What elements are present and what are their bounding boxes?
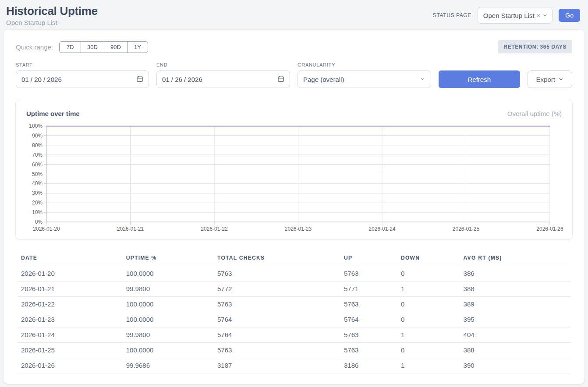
refresh-button[interactable]: Refresh xyxy=(439,70,520,88)
chevron-down-icon xyxy=(558,76,563,83)
main-card: Quick range: 7D 30D 90D 1Y RETENTION: 36… xyxy=(4,30,584,384)
cell-down: 0 xyxy=(397,312,460,327)
table-row: 2026-01-2699.9686318731861390 xyxy=(18,358,570,373)
start-date-value: 01 / 20 / 2026 xyxy=(21,76,62,83)
y-tick-label: 70% xyxy=(32,152,43,158)
x-tick-label: 2026-01-24 xyxy=(368,226,396,232)
y-tick-label: 30% xyxy=(32,190,43,196)
end-date-input[interactable]: 01 / 26 / 2026 xyxy=(156,70,290,88)
cell-down: 1 xyxy=(397,281,460,297)
cell-date: 2026-01-20 xyxy=(18,266,123,281)
uptime-table-body: 2026-01-20100.00005763576303862026-01-21… xyxy=(18,266,570,373)
y-tick-label: 20% xyxy=(32,200,43,206)
calendar-icon[interactable] xyxy=(277,75,284,84)
chart-title: Uptime over time xyxy=(26,110,80,117)
uptime-table: DATEUPTIME %TOTAL CHECKSUPDOWNAVG RT (MS… xyxy=(18,250,570,373)
cell-total-checks: 5764 xyxy=(214,312,340,327)
cell-up: 5763 xyxy=(340,343,397,358)
quick-range-7d-button[interactable]: 7D xyxy=(59,41,81,53)
cell-up: 3186 xyxy=(340,358,397,373)
cell-avg-rt: 389 xyxy=(460,297,570,312)
uptime-chart-svg: 0%10%20%30%40%50%60%70%80%90%100%2026-01… xyxy=(26,123,565,235)
status-page-select[interactable]: Open Startup List × xyxy=(478,7,553,24)
go-button[interactable]: Go xyxy=(559,9,580,22)
y-tick-label: 40% xyxy=(32,180,43,186)
cell-date: 2026-01-23 xyxy=(18,312,123,327)
cell-up: 5764 xyxy=(340,312,397,327)
chart-legend: Overall uptime (%) xyxy=(507,110,562,117)
y-tick-label: 0% xyxy=(35,219,43,225)
table-row: 2026-01-25100.0000576357630388 xyxy=(18,343,570,358)
cell-total-checks: 5763 xyxy=(214,297,340,312)
y-tick-label: 80% xyxy=(32,142,43,148)
start-date-input[interactable]: 01 / 20 / 2026 xyxy=(16,70,149,88)
chevron-down-icon xyxy=(420,76,425,83)
page-subtitle: Open Startup List xyxy=(6,19,98,26)
uptime-chart-card: Uptime over time Overall uptime (%) 0%10… xyxy=(16,100,572,239)
page-header: Historical Uptime Open Startup List STAT… xyxy=(0,0,588,30)
y-tick-label: 10% xyxy=(32,209,43,215)
status-page-select-value: Open Startup List xyxy=(483,12,535,19)
cell-uptime-pct: 100.0000 xyxy=(123,343,214,358)
x-tick-label: 2026-01-25 xyxy=(453,226,480,232)
end-date-field: END 01 / 26 / 2026 xyxy=(156,62,290,88)
x-tick-label: 2026-01-22 xyxy=(201,226,228,232)
cell-avg-rt: 390 xyxy=(460,358,570,373)
header-controls: STATUS PAGE Open Startup List × Go xyxy=(433,7,580,24)
x-tick-label: 2026-01-21 xyxy=(117,226,144,232)
table-row: 2026-01-2199.9800577257711388 xyxy=(18,281,570,297)
cell-uptime-pct: 100.0000 xyxy=(123,312,214,327)
cell-date: 2026-01-25 xyxy=(18,343,123,358)
cell-date: 2026-01-21 xyxy=(18,281,123,297)
status-page-label: STATUS PAGE xyxy=(433,12,471,18)
cell-total-checks: 5764 xyxy=(214,327,340,343)
cell-date: 2026-01-24 xyxy=(18,327,123,343)
y-tick-label: 100% xyxy=(29,123,43,129)
table-row: 2026-01-20100.0000576357630386 xyxy=(18,266,570,281)
cell-total-checks: 5763 xyxy=(214,343,340,358)
granularity-select[interactable]: Page (overall) xyxy=(298,70,431,88)
cell-date: 2026-01-26 xyxy=(18,358,123,373)
table-row: 2026-01-23100.0000576457640395 xyxy=(18,312,570,327)
calendar-icon[interactable] xyxy=(136,75,143,84)
quick-range-group: Quick range: 7D 30D 90D 1Y xyxy=(16,41,148,53)
cell-uptime-pct: 99.9686 xyxy=(123,358,214,373)
cell-uptime-pct: 99.9800 xyxy=(123,281,214,297)
cell-avg-rt: 404 xyxy=(460,327,570,343)
cell-down: 0 xyxy=(397,266,460,281)
cell-total-checks: 3187 xyxy=(214,358,340,373)
quick-range-30d-button[interactable]: 30D xyxy=(81,41,104,53)
quick-range-1y-button[interactable]: 1Y xyxy=(127,41,148,53)
cell-down: 1 xyxy=(397,327,460,343)
cell-avg-rt: 395 xyxy=(460,312,570,327)
cell-uptime-pct: 100.0000 xyxy=(123,266,214,281)
granularity-field: GRANULARITY Page (overall) xyxy=(298,62,431,88)
cell-down: 0 xyxy=(397,343,460,358)
quick-range-row: Quick range: 7D 30D 90D 1Y RETENTION: 36… xyxy=(16,40,572,53)
uptime-table-wrap: DATEUPTIME %TOTAL CHECKSUPDOWNAVG RT (MS… xyxy=(16,250,572,373)
table-row: 2026-01-22100.0000576357630389 xyxy=(18,297,570,312)
clear-icon[interactable]: × xyxy=(537,12,541,19)
column-header: DOWN xyxy=(397,250,460,266)
export-button[interactable]: Export xyxy=(528,70,572,88)
title-block: Historical Uptime Open Startup List xyxy=(6,4,98,26)
start-date-field: START 01 / 20 / 2026 xyxy=(16,62,149,88)
export-button-label: Export xyxy=(536,76,555,83)
cell-up: 5771 xyxy=(340,281,397,297)
cell-avg-rt: 388 xyxy=(460,343,570,358)
column-header: UP xyxy=(340,250,397,266)
y-tick-label: 60% xyxy=(32,162,43,168)
column-header: AVG RT (MS) xyxy=(460,250,570,266)
cell-up: 5763 xyxy=(340,327,397,343)
column-header: DATE xyxy=(18,250,123,266)
y-tick-label: 90% xyxy=(32,133,43,139)
y-tick-label: 50% xyxy=(32,171,43,177)
quick-range-90d-button[interactable]: 90D xyxy=(104,41,128,53)
x-tick-label: 2026-01-23 xyxy=(285,226,312,232)
x-tick-label: 2026-01-20 xyxy=(33,226,60,232)
quick-range-buttons: 7D 30D 90D 1Y xyxy=(59,41,148,53)
chart-header: Uptime over time Overall uptime (%) xyxy=(26,110,562,117)
cell-total-checks: 5763 xyxy=(214,266,340,281)
cell-down: 0 xyxy=(397,297,460,312)
granularity-value: Page (overall) xyxy=(303,76,344,83)
